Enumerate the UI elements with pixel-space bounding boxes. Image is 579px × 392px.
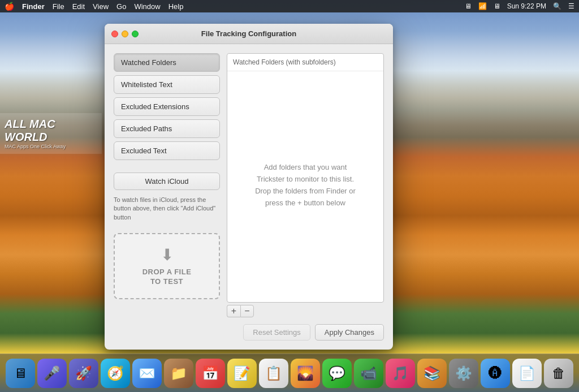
folder-list-empty: Add folders that you wantTrickster to mo… — [227, 71, 383, 300]
dock-preview[interactable]: 📄 — [512, 359, 542, 388]
watermark: ALL MAC WORLD MAC Apps One Click Away — [0, 113, 102, 154]
close-button[interactable] — [111, 31, 118, 37]
menubar-display-icon: 🖥 — [494, 2, 500, 10]
menubar-wifi-icon: 📶 — [478, 2, 487, 10]
dock-finder[interactable]: 🖥 — [6, 359, 35, 388]
menubar-bluetooth-icon: 🖥 — [465, 2, 472, 10]
dock-photos[interactable]: 🌄 — [291, 359, 320, 388]
window-title: File Tracking Configuration — [201, 29, 296, 38]
titlebar: File Tracking Configuration — [105, 24, 393, 44]
apply-changes-button[interactable]: Apply Changes — [315, 324, 384, 341]
menubar-edit[interactable]: Edit — [72, 2, 85, 11]
folder-controls: + − — [227, 305, 384, 317]
dock-ibooks[interactable]: 📚 — [417, 359, 447, 388]
bottom-actions: Reset Settings Apply Changes — [227, 317, 384, 341]
menubar-window[interactable]: Window — [134, 2, 160, 11]
drop-zone[interactable]: ⬇ DROP A FILE TO TEST — [114, 233, 220, 299]
dock-facetime[interactable]: 📹 — [354, 359, 383, 388]
watermark-title: ALL MAC WORLD — [5, 118, 97, 144]
menubar-left: 🍎 Finder File Edit View Go Window Help — [5, 2, 465, 11]
dock-appstore[interactable]: 🅐 — [481, 359, 510, 388]
right-panel: Watched Folders (with subfolders) Add fo… — [227, 53, 384, 341]
menubar-help[interactable]: Help — [168, 2, 184, 11]
traffic-lights — [111, 31, 139, 37]
left-panel: Watched Folders Whitelisted Text Exclude… — [114, 53, 220, 341]
menubar-view[interactable]: View — [93, 2, 109, 11]
menubar-finder[interactable]: Finder — [22, 2, 45, 11]
apple-menu[interactable]: 🍎 — [5, 2, 14, 11]
nav-watched-folders[interactable]: Watched Folders — [114, 53, 220, 72]
remove-folder-button[interactable]: − — [240, 305, 254, 317]
nav-excluded-text[interactable]: Excluded Text — [114, 141, 220, 160]
maximize-button[interactable] — [132, 31, 139, 37]
menubar: 🍎 Finder File Edit View Go Window Help 🖥… — [0, 0, 579, 12]
menubar-time: Sun 9:22 PM — [507, 2, 546, 10]
dock-trash[interactable]: 🗑 — [544, 359, 573, 388]
menubar-search-icon[interactable]: 🔍 — [553, 2, 561, 10]
main-window: File Tracking Configuration Watched Fold… — [105, 24, 393, 350]
menubar-file[interactable]: File — [53, 2, 64, 11]
menubar-controls-icon[interactable]: ☰ — [568, 2, 574, 10]
dock-mail[interactable]: ✉️ — [132, 359, 162, 388]
nav-whitelisted-text[interactable]: Whitelisted Text — [114, 75, 220, 94]
nav-excluded-extensions[interactable]: Excluded Extensions — [114, 97, 220, 116]
watch-icloud-button[interactable]: Watch iCloud — [114, 173, 220, 190]
dock-itunes[interactable]: 🎵 — [386, 359, 415, 388]
dock: 🖥 🎤 🚀 🧭 ✉️ 📁 📅 📝 📋 🌄 💬 📹 🎵 📚 ⚙️ 🅐 📄 🗑 — [0, 354, 579, 392]
dock-notes[interactable]: 📝 — [227, 359, 257, 388]
menubar-right: 🖥 📶 🖥 Sun 9:22 PM 🔍 ☰ — [465, 2, 574, 10]
icloud-description: To watch files in iCloud, press the butt… — [114, 196, 220, 222]
minimize-button[interactable] — [122, 31, 128, 37]
folder-list-container: Watched Folders (with subfolders) Add fo… — [227, 53, 384, 303]
reset-settings-button[interactable]: Reset Settings — [243, 324, 310, 341]
dock-calendar[interactable]: 📅 — [196, 359, 225, 388]
add-folder-button[interactable]: + — [227, 305, 240, 317]
dock-siri[interactable]: 🎤 — [37, 359, 67, 388]
drop-zone-icon: ⬇ — [161, 245, 174, 264]
dock-files[interactable]: 📁 — [164, 359, 193, 388]
dock-messages[interactable]: 💬 — [322, 359, 352, 388]
dock-reminders[interactable]: 📋 — [259, 359, 288, 388]
folder-list-header: Watched Folders (with subfolders) — [227, 54, 383, 71]
empty-message: Add folders that you wantTrickster to mo… — [244, 150, 367, 220]
dock-launchpad[interactable]: 🚀 — [69, 359, 98, 388]
window-content: Watched Folders Whitelisted Text Exclude… — [105, 44, 393, 350]
nav-excluded-paths[interactable]: Excluded Paths — [114, 119, 220, 138]
watermark-subtitle: MAC Apps One Click Away — [5, 144, 97, 149]
dock-safari[interactable]: 🧭 — [101, 359, 130, 388]
menubar-go[interactable]: Go — [116, 2, 126, 11]
drop-zone-text: DROP A FILE TO TEST — [142, 268, 192, 287]
dock-settings[interactable]: ⚙️ — [449, 359, 478, 388]
